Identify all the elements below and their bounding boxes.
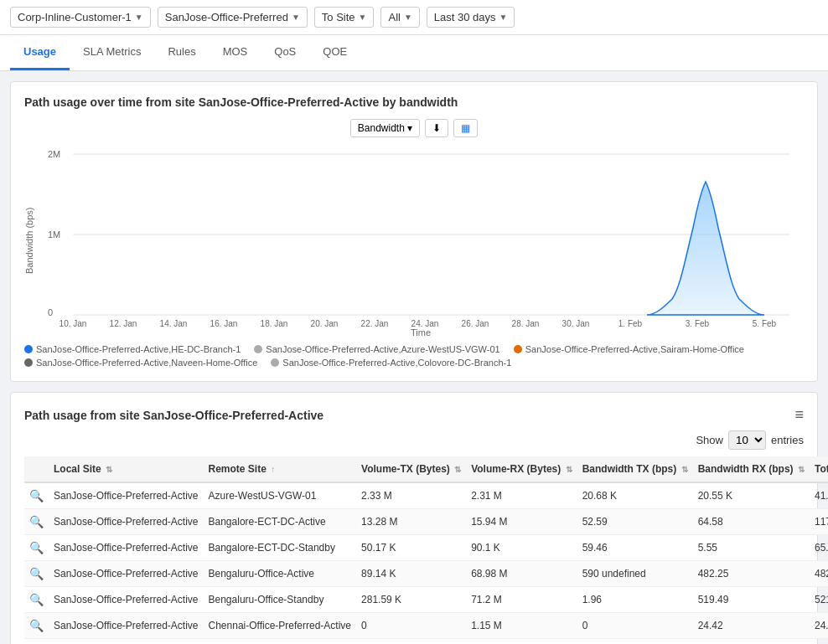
cell-vol-rx: 15.94 M xyxy=(466,509,577,535)
cell-bw-tx: 0 xyxy=(577,613,693,639)
bandwidth-dropdown-btn[interactable]: Bandwidth ▾ xyxy=(350,119,420,137)
col-local-site[interactable]: Local Site ⇅ xyxy=(49,456,204,482)
cell-total-bw: 482.84 xyxy=(810,561,828,587)
cell-bw-rx: 519.49 xyxy=(693,587,810,613)
download-btn[interactable]: ⬇ xyxy=(425,119,448,137)
tab-mos[interactable]: MOS xyxy=(210,35,261,70)
tab-qoe[interactable]: QOE xyxy=(309,35,360,70)
row-search-icon[interactable]: 🔍 xyxy=(24,639,49,645)
cell-bw-rx: 717.53 xyxy=(693,639,810,645)
cell-vol-rx: 2.31 M xyxy=(466,482,577,509)
col-vol-tx[interactable]: Volume-TX (Bytes) ⇅ xyxy=(356,456,466,482)
svg-text:28. Jan: 28. Jan xyxy=(512,319,540,328)
legend-dot-1 xyxy=(24,345,33,353)
row-search-icon[interactable]: 🔍 xyxy=(24,561,49,587)
svg-text:20. Jan: 20. Jan xyxy=(311,319,339,328)
col-bw-tx[interactable]: Bandwidth TX (bps) ⇅ xyxy=(577,456,693,482)
cell-remote-site: Colovore-DC-Branch-1 xyxy=(204,639,357,645)
cell-vol-rx: 68.98 M xyxy=(466,561,577,587)
cell-remote-site: Bangalore-ECT-DC-Active xyxy=(204,509,357,535)
table-row: 🔍 SanJose-Office-Preferred-Active Bangal… xyxy=(24,509,828,535)
row-search-icon[interactable]: 🔍 xyxy=(24,587,49,613)
table-row: 🔍 SanJose-Office-Preferred-Active Colovo… xyxy=(24,639,828,645)
svg-text:0: 0 xyxy=(48,307,53,317)
cell-vol-tx: 89.14 K xyxy=(356,561,466,587)
row-search-icon[interactable]: 🔍 xyxy=(24,509,49,535)
chart-wrapper: 2M 1M 0 10. Jan 12. Jan 14. Jan 16. Jan … xyxy=(38,144,804,337)
cell-remote-site: Bengaluru-Office-Active xyxy=(204,561,357,587)
cell-vol-tx: 281.59 K xyxy=(356,587,466,613)
cell-total-bw: 1.73 K xyxy=(810,639,828,645)
col-icon xyxy=(24,456,49,482)
cell-local-site: SanJose-Office-Preferred-Active xyxy=(49,613,204,639)
legend-item-1: SanJose-Office-Preferred-Active,HE-DC-Br… xyxy=(24,344,241,354)
cell-bw-rx: 20.55 K xyxy=(693,482,810,509)
svg-text:16. Jan: 16. Jan xyxy=(210,319,238,328)
cell-bw-tx: 52.59 xyxy=(577,509,693,535)
cell-bw-tx: 590 undefined xyxy=(577,561,693,587)
cell-vol-rx: 1.15 M xyxy=(466,613,577,639)
cell-local-site: SanJose-Office-Preferred-Active xyxy=(49,639,204,645)
chevron-down-icon: ▼ xyxy=(292,13,300,22)
cell-vol-rx: 90.1 K xyxy=(466,535,577,561)
cell-bw-tx: 1.96 xyxy=(577,587,693,613)
col-bw-rx[interactable]: Bandwidth RX (bps) ⇅ xyxy=(693,456,810,482)
table-row: 🔍 SanJose-Office-Preferred-Active Bangal… xyxy=(24,535,828,561)
hamburger-menu[interactable]: ≡ xyxy=(794,406,804,424)
table-row: 🔍 SanJose-Office-Preferred-Active Bengal… xyxy=(24,561,828,587)
cell-bw-rx: 5.55 xyxy=(693,535,810,561)
svg-text:26. Jan: 26. Jan xyxy=(462,319,489,328)
y-axis-label: Bandwidth (bps) xyxy=(24,144,34,337)
legend-dot-5 xyxy=(271,358,279,367)
cell-local-site: SanJose-Office-Preferred-Active xyxy=(49,535,204,561)
line-chart: 2M 1M 0 10. Jan 12. Jan 14. Jan 16. Jan … xyxy=(38,144,804,328)
cell-remote-site: Bangalore-ECT-DC-Standby xyxy=(204,535,357,561)
svg-text:10. Jan: 10. Jan xyxy=(60,319,87,328)
cell-vol-tx: 762.5 K xyxy=(356,639,466,645)
cell-vol-rx: 530.12 K xyxy=(466,639,577,645)
site-dropdown[interactable]: SanJose-Office-Preferred ▼ xyxy=(158,7,308,28)
customer-dropdown[interactable]: Corp-Inline-Customer-1 ▼ xyxy=(10,7,151,28)
tabs-bar: Usage SLA Metrics Rules MOS QoS QOE xyxy=(0,35,828,71)
svg-text:14. Jan: 14. Jan xyxy=(160,319,188,328)
svg-text:2M: 2M xyxy=(48,149,60,159)
cell-bw-tx: 20.68 K xyxy=(577,482,693,509)
table-row: 🔍 SanJose-Office-Preferred-Active Bengal… xyxy=(24,587,828,613)
cell-bw-tx: 1.02 K xyxy=(577,639,693,645)
table-header: Local Site ⇅ Remote Site ↑ Volume-TX (By… xyxy=(24,456,828,482)
row-search-icon[interactable]: 🔍 xyxy=(24,613,49,639)
cell-remote-site: Bengaluru-Office-Standby xyxy=(204,587,357,613)
col-total-bw[interactable]: Total Bandwidth (bps) ⇅ xyxy=(810,456,828,482)
table-row: 🔍 SanJose-Office-Preferred-Active Chenna… xyxy=(24,613,828,639)
svg-text:30. Jan: 30. Jan xyxy=(562,319,590,328)
cell-bw-tx: 59.46 xyxy=(577,535,693,561)
cell-local-site: SanJose-Office-Preferred-Active xyxy=(49,561,204,587)
col-vol-rx[interactable]: Volume-RX (Bytes) ⇅ xyxy=(466,456,577,482)
row-search-icon[interactable]: 🔍 xyxy=(24,535,49,561)
row-search-icon[interactable]: 🔍 xyxy=(24,482,49,509)
usage-table: Local Site ⇅ Remote Site ↑ Volume-TX (By… xyxy=(24,456,828,644)
cell-bw-rx: 482.25 xyxy=(693,561,810,587)
svg-text:18. Jan: 18. Jan xyxy=(261,319,288,328)
chart-area: Bandwidth (bps) 2M 1M 0 10. Jan 12. Jan … xyxy=(24,144,804,337)
time-dropdown[interactable]: Last 30 days ▼ xyxy=(427,7,515,28)
tab-sla[interactable]: SLA Metrics xyxy=(70,35,154,70)
table-header-row: Path usage from site SanJose-Office-Pref… xyxy=(24,406,804,424)
tab-qos[interactable]: QoS xyxy=(261,35,309,70)
direction-dropdown[interactable]: To Site ▼ xyxy=(314,7,375,28)
legend-dot-4 xyxy=(24,358,33,367)
cell-remote-site: Chennai-Office-Preferred-Active xyxy=(204,613,357,639)
top-bar: Corp-Inline-Customer-1 ▼ SanJose-Office-… xyxy=(0,0,828,35)
legend-item-3: SanJose-Office-Preferred-Active,Sairam-H… xyxy=(514,344,744,354)
cell-remote-site: Azure-WestUS-VGW-01 xyxy=(204,482,357,509)
cell-total-bw: 117.17 xyxy=(810,509,828,535)
all-dropdown[interactable]: All ▼ xyxy=(380,7,419,28)
bar-chart-btn[interactable]: ▦ xyxy=(453,119,478,137)
tab-rules[interactable]: Rules xyxy=(154,35,209,70)
tab-usage[interactable]: Usage xyxy=(10,35,70,70)
col-remote-site[interactable]: Remote Site ↑ xyxy=(204,456,357,482)
entries-select[interactable]: 10 25 50 xyxy=(728,430,766,450)
download-icon: ⬇ xyxy=(432,122,441,134)
cell-vol-tx: 50.17 K xyxy=(356,535,466,561)
svg-text:22. Jan: 22. Jan xyxy=(361,319,389,328)
